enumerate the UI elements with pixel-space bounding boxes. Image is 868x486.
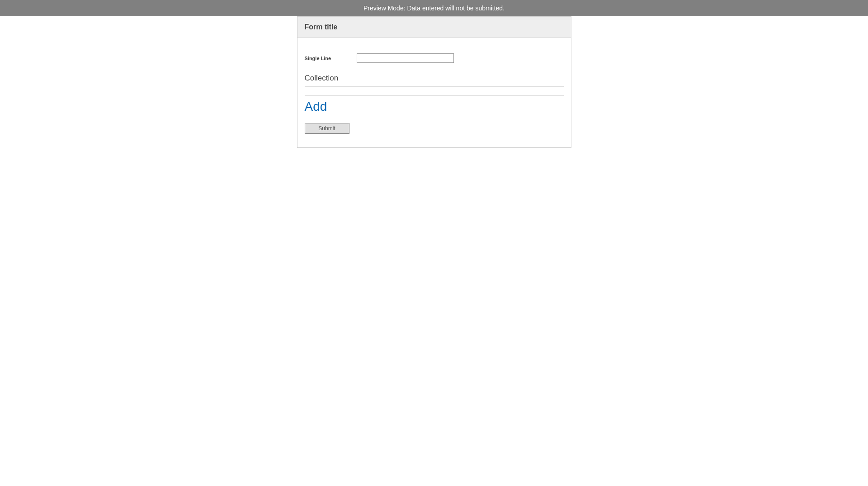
form-container: Form title Single Line Collection Add Su… <box>297 16 571 148</box>
form-body: Single Line Collection Add Submit <box>297 38 571 147</box>
submit-button[interactable]: Submit <box>305 123 349 134</box>
preview-mode-banner: Preview Mode: Data entered will not be s… <box>0 0 868 16</box>
add-link[interactable]: Add <box>305 99 327 114</box>
form-header: Form title <box>297 17 571 38</box>
collection-area <box>305 87 564 96</box>
single-line-row: Single Line <box>305 53 564 63</box>
preview-banner-text: Preview Mode: Data entered will not be s… <box>363 5 505 12</box>
collection-heading: Collection <box>305 74 564 87</box>
single-line-input[interactable] <box>357 53 454 63</box>
single-line-label: Single Line <box>305 56 357 61</box>
form-title: Form title <box>305 23 564 31</box>
